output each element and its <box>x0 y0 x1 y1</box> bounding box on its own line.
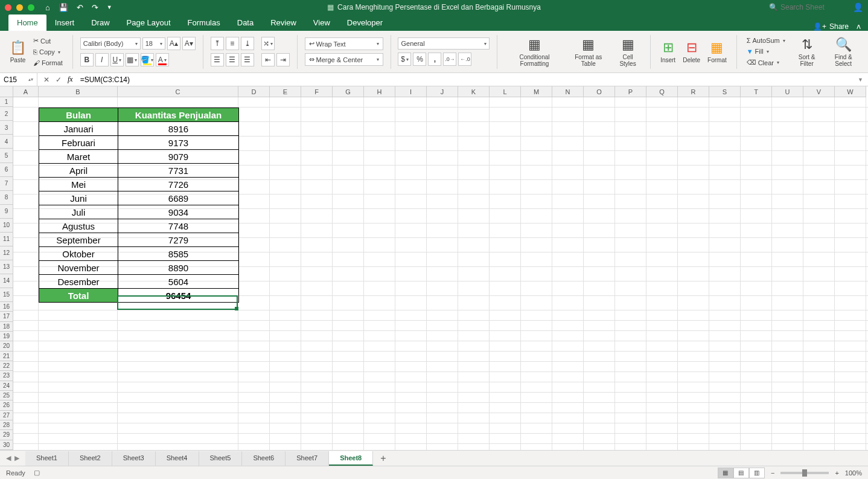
row-header-21[interactable]: 21 <box>0 352 13 361</box>
column-header-F[interactable]: F <box>301 86 333 97</box>
row-header-2[interactable]: 2 <box>0 107 13 121</box>
conditional-formatting-button[interactable]: ▦Conditional Formatting <box>505 36 564 68</box>
row-header-17[interactable]: 17 <box>0 312 13 321</box>
column-header-C[interactable]: C <box>118 86 238 97</box>
sheet-tab-sheet8[interactable]: Sheet8 <box>329 451 373 466</box>
italic-button[interactable]: I <box>95 53 109 66</box>
row-header-5[interactable]: 5 <box>0 149 13 162</box>
increase-decimal-button[interactable]: .0→ <box>443 53 456 66</box>
column-header-S[interactable]: S <box>709 86 741 97</box>
format-painter-button[interactable]: 🖌Format <box>31 58 65 68</box>
fx-icon[interactable]: fx <box>68 75 73 84</box>
undo-icon[interactable]: ↶ <box>77 3 83 12</box>
font-name-combo[interactable]: Calibri (Body)▾ <box>80 37 141 50</box>
next-sheet-icon[interactable]: ▶ <box>14 454 19 462</box>
decrease-indent-button[interactable]: ⇤ <box>261 53 275 66</box>
redo-icon[interactable]: ↷ <box>92 3 98 12</box>
font-color-button[interactable]: A▾ <box>156 53 169 66</box>
autosum-button[interactable]: ΣAutoSum▾ <box>744 36 788 45</box>
insert-cells-button[interactable]: ⊞Insert <box>658 39 678 65</box>
tab-page-layout[interactable]: Page Layout <box>118 14 179 31</box>
column-header-D[interactable]: D <box>238 86 270 97</box>
sheet-tab-sheet6[interactable]: Sheet6 <box>242 451 286 466</box>
row-header-6[interactable]: 6 <box>0 163 13 177</box>
column-header-V[interactable]: V <box>803 86 835 97</box>
cell-styles-button[interactable]: ▦Cell Styles <box>613 36 643 68</box>
sheet-tab-sheet4[interactable]: Sheet4 <box>156 451 199 466</box>
cancel-formula-icon[interactable]: ✕ <box>43 76 49 84</box>
normal-view-button[interactable]: ▦ <box>718 468 733 478</box>
sheet-tab-sheet1[interactable]: Sheet1 <box>25 451 69 466</box>
row-header-11[interactable]: 11 <box>0 233 13 246</box>
row-header-16[interactable]: 16 <box>0 302 13 312</box>
find-select-button[interactable]: 🔍Find & Select <box>826 36 861 68</box>
row-header-12[interactable]: 12 <box>0 246 13 260</box>
close-window-button[interactable] <box>5 4 11 11</box>
font-size-combo[interactable]: 18▾ <box>142 37 165 50</box>
cells-area[interactable]: BulanKuantitas PenjualanJanuari8916Febru… <box>13 97 868 450</box>
column-header-O[interactable]: O <box>584 86 615 97</box>
sheet-tab-sheet2[interactable]: Sheet2 <box>69 451 112 466</box>
sheet-tab-sheet5[interactable]: Sheet5 <box>199 451 243 466</box>
delete-cells-button[interactable]: ⊟Delete <box>680 39 703 65</box>
sort-filter-button[interactable]: ⇅Sort & Filter <box>791 36 823 68</box>
tab-review[interactable]: Review <box>262 14 305 31</box>
row-header-1[interactable]: 1 <box>0 97 13 107</box>
zoom-in-button[interactable]: + <box>835 469 838 477</box>
paste-button[interactable]: 📋 Paste <box>7 39 28 65</box>
home-icon[interactable]: ⌂ <box>45 3 50 12</box>
align-center-button[interactable]: ☰ <box>226 53 239 66</box>
column-header-G[interactable]: G <box>333 86 364 97</box>
sheet-tab-sheet3[interactable]: Sheet3 <box>112 451 156 466</box>
align-bottom-button[interactable]: ⤓ <box>241 37 254 50</box>
currency-button[interactable]: $▾ <box>398 53 411 66</box>
save-icon[interactable]: 💾 <box>59 3 68 12</box>
bold-button[interactable]: B <box>80 53 94 66</box>
row-header-13[interactable]: 13 <box>0 260 13 274</box>
macro-record-icon[interactable]: ▢ <box>34 469 40 477</box>
format-as-table-button[interactable]: ▦Format as Table <box>567 36 610 68</box>
add-sheet-button[interactable]: + <box>373 453 393 464</box>
column-header-J[interactable]: J <box>427 86 458 97</box>
wrap-text-button[interactable]: ↩Wrap Text▾ <box>305 37 383 50</box>
tab-home[interactable]: Home <box>8 14 46 31</box>
tab-draw[interactable]: Draw <box>83 14 118 31</box>
row-header-8[interactable]: 8 <box>0 191 13 205</box>
column-header-R[interactable]: R <box>678 86 709 97</box>
fill-button[interactable]: ▼Fill▾ <box>744 47 788 56</box>
column-header-I[interactable]: I <box>395 86 427 97</box>
select-all-corner[interactable] <box>0 86 13 97</box>
row-header-27[interactable]: 27 <box>0 411 13 420</box>
column-header-N[interactable]: N <box>552 86 584 97</box>
merge-center-button[interactable]: ⇔Merge & Center▾ <box>305 53 383 66</box>
row-header-4[interactable]: 4 <box>0 135 13 149</box>
percent-button[interactable]: % <box>413 53 426 66</box>
row-header-30[interactable]: 30 <box>0 440 13 450</box>
row-header-7[interactable]: 7 <box>0 177 13 191</box>
prev-sheet-icon[interactable]: ◀ <box>6 454 11 462</box>
minimize-window-button[interactable] <box>16 4 23 11</box>
column-header-K[interactable]: K <box>458 86 490 97</box>
orientation-button[interactable]: ⤭▾ <box>261 37 275 50</box>
column-header-W[interactable]: W <box>835 86 866 97</box>
column-header-H[interactable]: H <box>364 86 395 97</box>
fill-color-button[interactable]: 🪣▾ <box>141 53 154 66</box>
increase-font-button[interactable]: A▴ <box>167 37 180 50</box>
search-box[interactable]: 🔍 <box>769 3 847 11</box>
row-header-15[interactable]: 15 <box>0 288 13 302</box>
share-button[interactable]: 👤+ Share ʌ <box>806 22 868 31</box>
row-header-3[interactable]: 3 <box>0 121 13 135</box>
qat-more-icon[interactable]: ▼ <box>107 4 112 10</box>
expand-formula-icon[interactable]: ▼ <box>853 77 868 83</box>
row-header-28[interactable]: 28 <box>0 420 13 430</box>
underline-button[interactable]: U▾ <box>110 53 124 66</box>
align-middle-button[interactable]: ≡ <box>226 37 239 50</box>
zoom-out-button[interactable]: − <box>771 469 774 477</box>
align-left-button[interactable]: ☰ <box>211 53 224 66</box>
row-header-14[interactable]: 14 <box>0 274 13 288</box>
row-header-29[interactable]: 29 <box>0 430 13 440</box>
column-header-B[interactable]: B <box>39 86 118 97</box>
page-break-view-button[interactable]: ▥ <box>749 468 765 478</box>
column-header-E[interactable]: E <box>270 86 301 97</box>
row-header-10[interactable]: 10 <box>0 219 13 233</box>
